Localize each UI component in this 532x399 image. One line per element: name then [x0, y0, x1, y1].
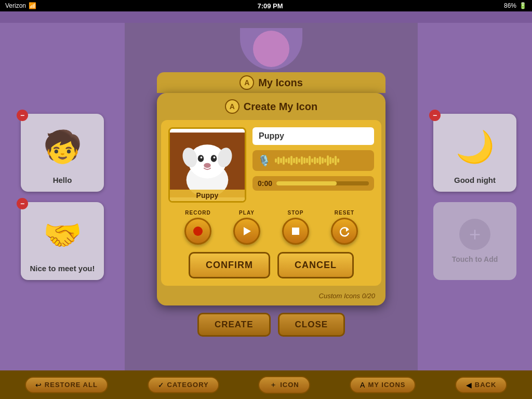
wave-bar — [335, 156, 337, 165]
status-right: 86% 🔋 — [504, 2, 527, 9]
svg-point-10 — [201, 156, 203, 158]
good-night-label: Good night — [454, 176, 496, 184]
waveform-display — [275, 155, 369, 166]
status-time: 7:09 PM — [257, 2, 283, 10]
my-icons-label: MY ICONS — [368, 381, 405, 389]
svg-point-9 — [211, 155, 217, 162]
create-close-row: CREATE CLOSE — [197, 313, 345, 337]
audio-progress-track — [276, 181, 369, 185]
wave-bar — [296, 157, 298, 164]
wave-bar — [332, 158, 334, 163]
my-icons-icon: A — [240, 75, 254, 90]
back-label: BACK — [475, 381, 497, 389]
remove-good-night-button[interactable]: − — [429, 110, 441, 121]
reset-icon — [339, 225, 350, 237]
create-button[interactable]: CREATE — [197, 313, 271, 337]
play-button[interactable] — [233, 218, 260, 245]
stop-button[interactable] — [282, 218, 309, 245]
audio-progress-fill — [276, 181, 337, 185]
confirm-cancel-row: CONFIRM CANCEL — [168, 252, 374, 278]
battery-icon: 🔋 — [519, 2, 527, 9]
bottom-nav: ↩ RESTORE ALL ✓ CATEGORY ＋ ICON A MY ICO… — [0, 370, 532, 399]
hello-card[interactable]: − 🧒 Hello — [21, 114, 104, 192]
wave-bar — [288, 157, 290, 164]
center-area: A My Icons A Create My Icon — [125, 23, 418, 370]
wifi-icon: 📶 — [29, 2, 36, 9]
modal-footer: Custom Icons 0/20 — [159, 288, 383, 303]
microphone-icon: 🎙️ — [258, 154, 271, 167]
wave-bar — [285, 158, 287, 163]
wave-bar — [324, 158, 326, 163]
confirm-button[interactable]: CONFIRM — [189, 252, 270, 278]
my-icons-bar: A My Icons — [157, 72, 385, 93]
cancel-button[interactable]: CANCEL — [277, 252, 354, 278]
play-control[interactable]: PLAY — [233, 210, 260, 245]
puppy-image-box[interactable]: Puppy — [168, 127, 246, 203]
restore-icon: ↩ — [35, 381, 42, 389]
wave-bar — [275, 158, 277, 163]
record-label: RECORD — [185, 210, 210, 216]
right-panel: − 🌙 Good night ＋ Touch to Add — [418, 23, 532, 370]
remove-nice-to-meet-button[interactable]: − — [17, 198, 28, 209]
restore-all-button[interactable]: ↩ RESTORE ALL — [25, 377, 108, 393]
form-fields: 🎙️ — [252, 127, 374, 203]
audio-waveform-bar: 🎙️ — [252, 150, 374, 171]
icon-label: ICON — [280, 381, 299, 389]
icon-button[interactable]: ＋ ICON — [258, 376, 310, 394]
create-icon-modal: A Create My Icon — [157, 93, 385, 305]
wave-bar — [280, 158, 282, 163]
back-arrow-icon: ◀ — [466, 381, 472, 389]
wave-bar — [309, 156, 311, 165]
stop-control[interactable]: STOP — [282, 210, 309, 245]
good-night-icon: 🌙 — [449, 121, 501, 173]
good-night-card[interactable]: − 🌙 Good night — [433, 114, 516, 192]
icon-name-input[interactable] — [252, 127, 374, 145]
close-button[interactable]: CLOSE — [278, 313, 345, 337]
svg-point-8 — [198, 155, 204, 162]
record-control[interactable]: RECORD — [184, 210, 211, 245]
check-icon: ✓ — [158, 381, 164, 389]
record-button[interactable] — [184, 218, 211, 245]
category-label: CATEGORY — [167, 381, 209, 389]
reset-button[interactable] — [331, 218, 358, 245]
hello-icon: 🧒 — [36, 121, 88, 173]
status-left: Verizon 📶 — [5, 2, 36, 9]
stop-icon — [290, 225, 301, 237]
wave-bar — [306, 158, 308, 163]
svg-point-11 — [214, 156, 216, 158]
touch-to-add-label: Touch to Add — [452, 255, 498, 263]
wave-bar — [337, 158, 339, 163]
nice-to-meet-card[interactable]: − 🤝 Nice to meet you! — [21, 202, 104, 280]
my-icons-title: My Icons — [258, 77, 303, 89]
svg-marker-14 — [244, 227, 251, 235]
wave-bar — [314, 157, 316, 164]
wave-bar — [327, 155, 329, 166]
touch-to-add-card[interactable]: ＋ Touch to Add — [433, 202, 516, 280]
stop-label: STOP — [287, 210, 303, 216]
battery-text: 86% — [504, 2, 516, 9]
play-label: PLAY — [239, 210, 255, 216]
wave-bar — [298, 158, 300, 163]
top-decoration — [240, 28, 302, 70]
plus-nav-icon: ＋ — [270, 380, 277, 390]
create-icon-badge: A — [225, 99, 240, 114]
back-button[interactable]: ◀ BACK — [455, 377, 507, 393]
svg-point-12 — [204, 163, 210, 168]
wave-bar — [303, 157, 305, 164]
create-icon-title: Create My Icon — [244, 101, 317, 113]
restore-all-label: RESTORE ALL — [45, 381, 98, 389]
audio-time-text: 0:00 — [258, 179, 272, 188]
svg-rect-15 — [292, 228, 299, 235]
my-icons-nav-icon: A — [360, 381, 365, 389]
record-icon — [192, 225, 204, 237]
custom-icons-count: Custom Icons 0/20 — [319, 292, 375, 300]
reset-control[interactable]: RESET — [331, 210, 358, 245]
wave-bar — [293, 158, 295, 163]
category-button[interactable]: ✓ CATEGORY — [148, 377, 219, 393]
reset-label: RESET — [335, 210, 354, 216]
remove-hello-button[interactable]: − — [17, 110, 28, 121]
icon-form-row: Puppy 🎙️ — [168, 127, 374, 203]
left-panel: − 🧒 Hello − 🤝 Nice to meet you! — [0, 23, 125, 370]
wave-bar — [301, 156, 303, 165]
my-icons-button[interactable]: A MY ICONS — [350, 377, 416, 393]
